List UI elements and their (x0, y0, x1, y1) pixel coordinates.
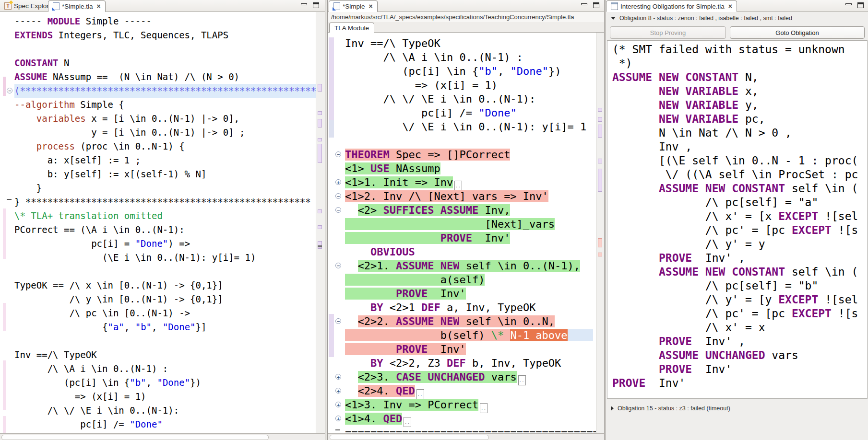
fold-collapse-icon[interactable]: − (7, 88, 12, 93)
close-icon[interactable]: × (728, 2, 732, 10)
overview-ruler[interactable] (316, 12, 325, 433)
code-line: <2> SUFFICES ASSUME Inv, (345, 203, 596, 217)
fold-collapse-icon[interactable]: − (335, 263, 341, 268)
code-line: [Next]_vars (345, 217, 596, 231)
obligation-15-header[interactable]: Obligation 15 - status : z3 : failed (ti… (611, 405, 730, 412)
code-line: PROVE Inv' , (612, 335, 866, 348)
code-line (14, 42, 316, 56)
code-line: THEOREM Spec => []PCorrect (345, 148, 596, 162)
code-line (14, 334, 316, 348)
code-line: ASSUME NEW CONSTANT N, (612, 70, 866, 84)
minimize-icon[interactable] (301, 3, 307, 5)
code-line: /\ \/ \E i \in 0..(N-1): (14, 404, 316, 417)
code-line: pc[i] = "Done") => (14, 237, 316, 251)
change-bar (3, 360, 6, 410)
code-line: b(self) \* N-1 above (345, 328, 596, 342)
change-bar (3, 303, 6, 331)
code-area: (* SMT failed with status = unknown *)AS… (612, 43, 866, 390)
code-line: ASSUME UNCHANGED vars (612, 348, 866, 362)
tab-label: *Simple.tla (62, 3, 93, 10)
code-line: <2>1. ASSUME NEW self \in 0..(N-1), (345, 259, 596, 273)
code-line: BY <2>1 DEF a, Inv, TypeOK (345, 301, 596, 314)
middle-tabbar: *Simple × (328, 0, 604, 12)
goto-obligation-button[interactable]: Goto Obligation (730, 26, 865, 39)
code-line: b: y[self] := x[(self-1) % N] (14, 167, 316, 181)
code-line: {"a", "b", "Done"}] (14, 320, 316, 334)
annotation-bar (329, 314, 334, 357)
tab-simple[interactable]: *Simple × (329, 0, 378, 12)
fold-collapse-icon[interactable]: − (335, 207, 341, 213)
code-line: (***************************************… (14, 84, 316, 98)
code-line: NEW VARIABLE x, (612, 84, 866, 98)
minimize-icon[interactable] (581, 3, 587, 5)
annotation-bar (329, 120, 334, 138)
fold-expand-icon[interactable]: + (335, 374, 341, 380)
change-bar (3, 416, 6, 433)
code-line: PROVE Inv' (612, 362, 866, 376)
expand-triangle-icon[interactable] (611, 406, 614, 411)
code-line: TypeOK == /\ x \in [0..(N-1) -> {0,1}] (14, 278, 316, 292)
tla-source-editor[interactable]: ----- MODULE Simple -----EXTENDS Integer… (0, 12, 325, 433)
stop-proving-button[interactable]: Stop Proving (610, 26, 726, 39)
code-line: (pc[i] \in {"b", "Done"}) (14, 376, 316, 390)
code-line (14, 265, 316, 278)
code-line: <1>3. Inv => PCorrect.. (345, 398, 596, 412)
obligations-view-icon (611, 2, 618, 10)
change-bar (3, 77, 6, 96)
code-line: y = [i \in 0..(N-1) |-> 0] ; (14, 126, 316, 139)
fold-collapse-icon[interactable]: − (335, 193, 341, 199)
close-icon[interactable]: × (369, 2, 373, 10)
code-line: <2>2. ASSUME NEW self \in 0..N, (345, 314, 596, 328)
code-line: } (14, 181, 316, 195)
fold-expand-icon[interactable]: + (335, 388, 341, 394)
spec-explorer-icon: T (4, 2, 12, 10)
tab-interesting-obligations[interactable]: Interesting Obligations for Simple.tla × (606, 0, 737, 12)
code-line: => (x[i] = 1) (345, 78, 596, 92)
annotation-bar (329, 37, 334, 120)
code-line: *) (612, 57, 866, 70)
code-line: /\ y' = y (612, 237, 866, 251)
code-line: /\ \A i \in 0..(N-1) : (14, 362, 316, 376)
code-line: ASSUME NEW CONSTANT self \in ( (612, 265, 866, 279)
code-line: --algorithm Simple { (14, 98, 316, 112)
tla-file-icon (333, 2, 340, 10)
code-area: Inv ==/\ TypeOK /\ \A i \in 0..(N-1) : (… (345, 36, 596, 433)
fold-expand-icon[interactable]: + (335, 402, 341, 407)
code-line: /\ \/ \E i \in 0..(N-1): (345, 92, 596, 106)
tab-simple-tla[interactable]: *Simple.tla × (48, 0, 106, 12)
obligation-detail-box[interactable]: (* SMT failed with status = unknown *)AS… (607, 40, 868, 399)
code-line: <2>4. QED.. (345, 384, 596, 398)
maximize-icon[interactable] (593, 2, 599, 8)
code-line: ASSUME NAssump == (N \in Nat) /\ (N > 0) (14, 70, 316, 84)
code-line: /\ x' = [x EXCEPT ![sel (612, 209, 866, 223)
minimize-icon[interactable] (845, 3, 852, 5)
fold-expand-icon[interactable]: + (335, 179, 341, 185)
code-line: /\ pc[self] = "b" (612, 279, 866, 293)
code-line: /\ pc \in [0..(N-1) -> (14, 306, 316, 320)
code-line: <2>3. CASE UNCHANGED vars.. (345, 370, 596, 384)
maximize-icon[interactable] (857, 2, 864, 8)
code-line: /\ y \in [0..(N-1) -> {0,1}] (14, 292, 316, 306)
tab-tla-module[interactable]: TLA Module (329, 23, 374, 33)
code-line: /\ pc' = [pc EXCEPT ![s (612, 307, 866, 321)
code-line: variables x = [i \in 0..(N-1) |-> 0], (14, 112, 316, 126)
code-line: a: x[self] := 1 ; (14, 153, 316, 167)
close-icon[interactable]: × (97, 2, 101, 10)
fold-collapse-icon[interactable]: − (335, 318, 341, 324)
proof-editor[interactable]: Inv ==/\ TypeOK /\ \A i \in 0..(N-1) : (… (328, 33, 604, 433)
collapse-triangle-icon[interactable] (611, 17, 616, 20)
code-line: PROVE Inv' (345, 342, 596, 356)
fold-end-marker (335, 429, 340, 430)
code-line: PROVE Inv' , (612, 251, 866, 265)
fold-expand-icon[interactable]: + (335, 416, 341, 421)
obligation-8-header[interactable]: Obligation 8 - status : zenon : failed ,… (611, 15, 792, 22)
code-line: PROVE Inv' (345, 287, 596, 301)
code-line: PCorrect == (\A i \in 0..(N-1): (14, 223, 316, 237)
horizontal-scrollbar[interactable] (0, 433, 325, 440)
maximize-icon[interactable] (313, 2, 319, 8)
code-line: \/ \E i \in 0..(N-1): y[i]= 1 (345, 120, 596, 134)
horizontal-scrollbar[interactable] (328, 433, 604, 440)
overview-ruler[interactable] (596, 33, 604, 433)
fold-collapse-icon[interactable]: − (335, 151, 341, 157)
fold-end-marker (7, 199, 12, 200)
